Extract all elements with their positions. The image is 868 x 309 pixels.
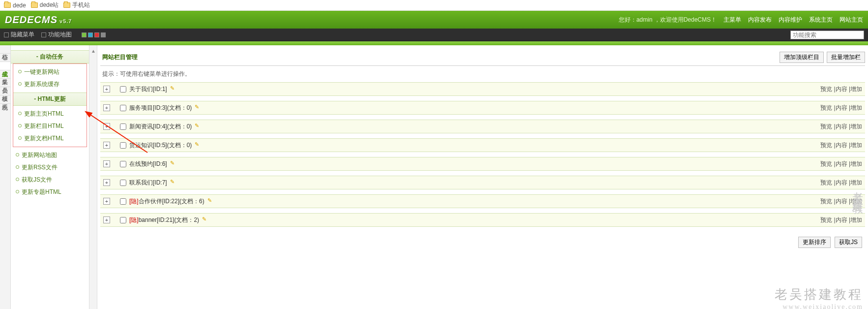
row-label[interactable]: 联系我们[ID:7]	[129, 179, 167, 187]
table-row: +在线预约[ID:6]预览 |内容 |增加	[100, 157, 865, 171]
expand-icon[interactable]: +	[103, 216, 110, 223]
logo-version: v5.7	[59, 18, 72, 24]
row-actions[interactable]: 预览 |内容 |增加	[820, 160, 862, 168]
vertical-tabs: 核心 模块 生成 采集 会员 模板 系统	[0, 45, 11, 309]
table-row: +[隐]banner[ID:21](文档：2)预览 |内容 |增加	[100, 213, 865, 227]
row-label[interactable]: 关于我们[ID:1]	[129, 85, 167, 93]
sidebar-item-update-topic-html[interactable]: 更新专题HTML	[11, 186, 89, 198]
row-checkbox[interactable]	[120, 180, 126, 186]
watermark-text: 老吴搭建教程	[775, 286, 863, 303]
vtab-core[interactable]: 核心	[0, 45, 10, 54]
edit-icon[interactable]	[170, 161, 176, 167]
add-top-column-button[interactable]: 增加顶级栏目	[780, 52, 824, 63]
table-row: +关于我们[ID:1]预览 |内容 |增加	[100, 82, 865, 96]
folder-icon	[31, 2, 38, 8]
row-checkbox[interactable]	[120, 105, 126, 111]
nav-content-publish[interactable]: 内容发布	[748, 16, 772, 24]
expand-icon[interactable]: +	[103, 142, 110, 149]
search-box	[790, 31, 864, 39]
sidebar-gutter[interactable]: ▲	[89, 45, 97, 309]
folder-icon	[4, 2, 11, 8]
logo-text: DEDECMS	[5, 14, 58, 25]
nav-main-menu[interactable]: 主菜单	[723, 16, 741, 24]
row-checkbox[interactable]	[120, 86, 126, 93]
folder-icon	[63, 2, 70, 8]
row-checkbox[interactable]	[120, 161, 126, 167]
row-actions[interactable]: 预览 |内容 |增加	[820, 141, 862, 150]
divider	[0, 41, 868, 45]
vtab-system[interactable]: 系统	[0, 95, 10, 104]
edit-icon[interactable]	[195, 124, 201, 129]
sidebar-item-onekey-update[interactable]: 一键更新网站	[13, 66, 87, 78]
row-checkbox[interactable]	[120, 142, 126, 149]
expand-icon[interactable]: +	[103, 104, 110, 111]
vtab-module[interactable]: 模块	[0, 54, 10, 62]
hide-menu-link[interactable]: 隐藏菜单	[4, 31, 34, 39]
edit-icon[interactable]	[170, 86, 176, 92]
breadcrumb-item[interactable]: dede站	[31, 1, 59, 9]
highlight-box: 一键更新网站 更新系统缓存 - HTML更新	[13, 63, 87, 106]
sidebar-group-label: HTML更新	[38, 95, 66, 102]
row-checkbox[interactable]	[120, 124, 126, 130]
color-squares	[82, 32, 106, 37]
row-label[interactable]: 服务项目[ID:3](文档：0)	[129, 104, 192, 112]
row-actions[interactable]: 预览 |内容 |增加	[820, 104, 862, 112]
row-label[interactable]: 货运知识[ID:5](文档：0)	[129, 141, 192, 150]
row-checkbox[interactable]	[120, 217, 126, 223]
edit-icon[interactable]	[170, 180, 176, 185]
vtab-generate[interactable]: 生成	[0, 62, 10, 70]
row-actions[interactable]: 预览 |内容 |增加	[820, 85, 862, 93]
sidebar-item-update-column-html[interactable]: 更新栏目HTML	[13, 120, 87, 132]
sidebar-group-header[interactable]: - 自动任务	[11, 50, 89, 63]
square-icon	[4, 32, 9, 37]
expand-icon[interactable]: +	[103, 179, 110, 186]
breadcrumb-item[interactable]: 手机站	[63, 1, 90, 9]
edit-icon[interactable]	[195, 142, 201, 148]
edit-icon[interactable]	[202, 217, 208, 223]
vtab-member[interactable]: 会员	[0, 79, 10, 87]
square-icon	[41, 32, 46, 37]
function-map-link[interactable]: 功能地图	[41, 31, 72, 39]
row-actions[interactable]: 预览 |内容 |增加	[820, 216, 862, 224]
theme-gray-icon[interactable]	[101, 32, 106, 37]
edit-icon[interactable]	[207, 198, 213, 204]
expand-icon[interactable]: +	[103, 86, 110, 93]
row-checkbox[interactable]	[120, 198, 126, 205]
batch-add-button[interactable]: 批量增加栏	[827, 52, 865, 63]
row-actions[interactable]: 预览 |内容 |增加	[820, 123, 862, 131]
row-label[interactable]: 在线预约[ID:6]	[129, 160, 167, 168]
sidebar-item-get-js[interactable]: 获取JS文件	[11, 174, 89, 186]
sidebar-item-update-cache[interactable]: 更新系统缓存	[13, 78, 87, 91]
breadcrumb: dede dede站 手机站	[0, 0, 868, 11]
search-input[interactable]	[790, 31, 864, 39]
main-content: 网站栏目管理 增加顶级栏目 批量增加栏 提示：可使用右键菜单进行操作。 +关于我…	[97, 45, 868, 309]
row-actions[interactable]: 预览 |内容 |增加	[820, 197, 862, 206]
row-label[interactable]: 新闻资讯[ID:4](文档：0)	[129, 123, 192, 131]
nav-site-home[interactable]: 网站主页	[839, 16, 863, 24]
update-sort-button[interactable]: 更新排序	[798, 237, 831, 248]
expand-icon[interactable]: +	[103, 160, 110, 167]
divider	[100, 65, 865, 66]
sidebar-item-update-sitemap[interactable]: 更新网站地图	[11, 149, 89, 161]
breadcrumb-label: dede站	[40, 1, 59, 9]
edit-icon[interactable]	[195, 105, 201, 111]
sidebar-item-update-rss[interactable]: 更新RSS文件	[11, 161, 89, 174]
theme-green-icon[interactable]	[82, 32, 87, 37]
row-label[interactable]: [隐]合作伙伴[ID:22](文档：6)	[129, 197, 204, 206]
get-js-button[interactable]: 获取JS	[835, 237, 862, 248]
expand-icon[interactable]: +	[103, 123, 110, 130]
vtab-template[interactable]: 模板	[0, 87, 10, 95]
breadcrumb-item[interactable]: dede	[4, 2, 26, 9]
sidebar-item-update-doc-html[interactable]: 更新文档HTML	[13, 132, 87, 145]
sidebar-item-update-home-html[interactable]: 更新主页HTML	[13, 108, 87, 120]
theme-red-icon[interactable]	[94, 32, 99, 37]
row-label[interactable]: [隐]banner[ID:21](文档：2)	[129, 216, 199, 224]
expand-icon[interactable]: +	[103, 198, 110, 205]
theme-cyan-icon[interactable]	[88, 32, 93, 37]
nav-system-home[interactable]: 系统主页	[809, 16, 833, 24]
vtab-collect[interactable]: 采集	[0, 70, 10, 79]
row-actions[interactable]: 预览 |内容 |增加	[820, 179, 862, 187]
nav-content-maintain[interactable]: 内容维护	[779, 16, 802, 24]
sidebar-group-header[interactable]: - HTML更新	[13, 93, 87, 106]
caret-up-icon: ▲	[91, 48, 96, 54]
